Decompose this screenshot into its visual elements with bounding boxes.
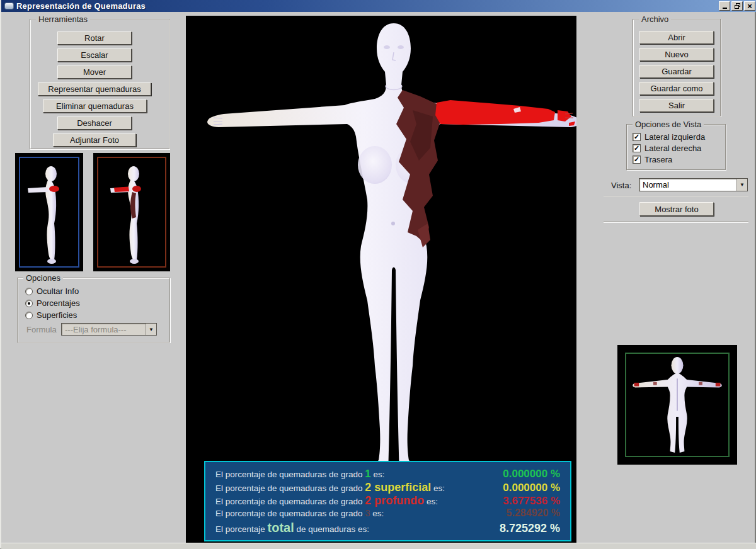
view-selector-label: Vista: — [611, 181, 631, 190]
info-row-grade-3: El porcentaje de quemaduras de grado 3 e… — [215, 507, 560, 521]
thumbnail-lateral-right-border — [97, 157, 166, 268]
tools-group-title: Herramientas — [36, 14, 90, 24]
titlebar: Representación de Quemaduras × — [1, 0, 756, 12]
radio-ocultar-info[interactable]: Ocultar Info — [25, 286, 79, 296]
formula-dropdown-value: ---Elija formula--- — [65, 325, 127, 334]
file-button-salir[interactable]: Salir — [639, 99, 714, 112]
tool-button-representar-quemaduras[interactable]: Representar quemaduras — [38, 82, 151, 96]
checkbox-trasera-icon: ✓ — [633, 156, 641, 164]
minimize-button[interactable] — [719, 1, 730, 11]
checkbox-lateral-izquierda-icon: ✓ — [633, 133, 641, 141]
checkbox-lateral-izquierda-label: Lateral izquierda — [644, 132, 705, 142]
view-options-group-title: Opciones de Vista — [633, 120, 704, 129]
total-label: total — [268, 521, 294, 535]
radio-superficies-label: Superficies — [37, 310, 77, 320]
grade-2-superficial-value: 0.000000 % — [503, 482, 560, 494]
view-selector-value: Normal — [643, 180, 669, 190]
thumbnail-rear-border — [625, 353, 730, 457]
radio-ocultar-info-icon — [25, 288, 33, 295]
thumbnail-lateral-left[interactable] — [15, 153, 83, 271]
window-controls: × — [719, 1, 755, 11]
minimize-icon — [723, 8, 727, 9]
total-value: 8.725292 % — [500, 522, 560, 535]
tool-button-escalar[interactable]: Escalar — [57, 48, 132, 62]
tool-button-rotar[interactable]: Rotar — [57, 31, 132, 45]
radio-porcentajes[interactable]: Porcentajes — [25, 298, 80, 308]
restore-icon — [735, 3, 740, 9]
tool-button-eliminar-quemaduras[interactable]: Eliminar quemaduras — [43, 99, 147, 113]
grade-2-profundo-label: 2 profundo — [365, 494, 424, 507]
app-icon — [4, 3, 14, 9]
radio-ocultar-info-label: Ocultar Info — [37, 286, 79, 296]
grade-3-value: 5.284920 % — [507, 507, 560, 519]
grade-3-label: 3 — [365, 507, 370, 518]
file-group-title: Archivo — [639, 14, 671, 24]
formula-dropdown[interactable]: ---Elija formula--- ▼ — [61, 323, 157, 336]
radio-porcentajes-label: Porcentajes — [37, 298, 80, 308]
tool-button-mover[interactable]: Mover — [57, 65, 132, 79]
info-suffix: de quemaduras es: — [294, 524, 369, 534]
tool-button-deshacer[interactable]: Deshacer — [57, 116, 132, 130]
show-photo-button[interactable]: Mostrar foto — [639, 202, 714, 216]
checkbox-lateral-izquierda[interactable]: ✓ Lateral izquierda — [633, 132, 705, 142]
info-suffix: es: — [371, 470, 385, 479]
checkbox-lateral-derecha-label: Lateral derecha — [644, 144, 701, 153]
burn-percentages-panel: El porcentaje de quemaduras de grado 1 e… — [204, 461, 571, 541]
view-selector-dropdown[interactable]: Normal ▼ — [639, 178, 748, 191]
info-suffix: es: — [424, 497, 438, 506]
radio-superficies[interactable]: Superficies — [25, 310, 77, 320]
window-bottom-edge — [1, 543, 756, 549]
separator-top — [604, 196, 748, 197]
close-button[interactable]: × — [744, 1, 755, 11]
formula-label: Formula — [26, 325, 57, 334]
restore-button[interactable] — [731, 1, 743, 11]
thumbnail-lateral-left-border — [19, 157, 79, 268]
view-selector-arrow-icon[interactable]: ▼ — [736, 179, 747, 191]
info-row-grade-1: El porcentaje de quemaduras de grado 1 e… — [215, 468, 560, 481]
grade-2-superficial-label: 2 superficial — [365, 481, 431, 494]
thumbnail-lateral-right[interactable] — [93, 153, 170, 271]
radio-superficies-icon — [25, 312, 33, 319]
app-window: Representación de Quemaduras × Herramien… — [0, 0, 756, 549]
info-row-grade-2-profundo: El porcentaje de quemaduras de grado 2 p… — [215, 494, 560, 507]
render-viewport[interactable]: El porcentaje de quemaduras de grado 1 e… — [186, 16, 576, 543]
info-suffix: es: — [370, 509, 384, 518]
info-prefix: El porcentaje de quemaduras de grado — [215, 509, 365, 518]
info-prefix: El porcentaje — [215, 524, 268, 534]
window-title: Representación de Quemaduras — [16, 1, 146, 11]
checkbox-trasera[interactable]: ✓ Trasera — [633, 155, 672, 164]
info-prefix: El porcentaje de quemaduras de grado — [215, 497, 365, 506]
info-row-total: El porcentaje total de quemaduras es: 8.… — [215, 521, 560, 534]
thumbnail-rear-view[interactable] — [617, 345, 737, 465]
file-button-nuevo[interactable]: Nuevo — [639, 48, 714, 61]
formula-dropdown-arrow-icon[interactable]: ▼ — [146, 324, 156, 335]
checkbox-lateral-derecha[interactable]: ✓ Lateral derecha — [633, 144, 701, 153]
options-group-title: Opciones — [23, 273, 63, 283]
checkbox-lateral-derecha-icon: ✓ — [633, 144, 641, 152]
grade-1-value: 0.000000 % — [503, 468, 560, 480]
info-prefix: El porcentaje de quemaduras de grado — [215, 470, 365, 479]
file-button-guardar-como[interactable]: Guardar como — [639, 82, 714, 95]
grade-1-label: 1 — [365, 468, 370, 480]
separator-bottom — [604, 222, 748, 223]
close-icon: × — [747, 3, 752, 9]
file-button-abrir[interactable]: Abrir — [639, 31, 714, 44]
checkbox-trasera-label: Trasera — [644, 155, 672, 164]
tool-button-adjuntar-foto[interactable]: Adjuntar Foto — [53, 133, 136, 147]
file-button-guardar[interactable]: Guardar — [639, 65, 714, 78]
info-row-grade-2-superficial: El porcentaje de quemaduras de grado 2 s… — [215, 481, 560, 494]
info-prefix: El porcentaje de quemaduras de grado — [215, 484, 365, 493]
info-suffix: es: — [431, 484, 445, 493]
radio-porcentajes-icon — [25, 300, 33, 307]
grade-2-profundo-value: 3.677536 % — [503, 495, 560, 507]
